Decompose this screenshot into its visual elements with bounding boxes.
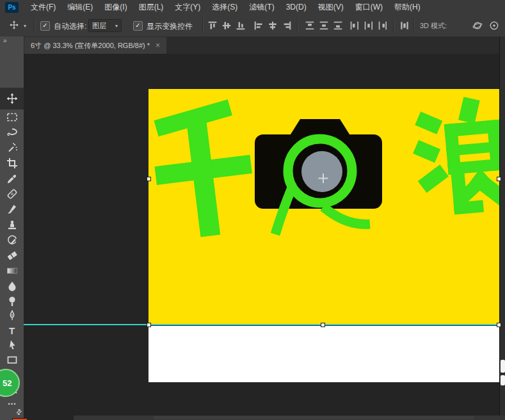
separator: [297, 18, 298, 33]
distribute-top-edges-icon[interactable]: [305, 20, 315, 31]
path-selection-tool[interactable]: [3, 337, 20, 353]
clone-stamp-tool[interactable]: [3, 217, 20, 232]
separator: [413, 18, 415, 33]
magic-wand-icon: [6, 141, 19, 154]
transform-handle-bottom-center[interactable]: [321, 323, 325, 327]
align-top-edges-icon[interactable]: [207, 20, 218, 31]
lasso-icon: [6, 126, 19, 139]
menu-item-3d[interactable]: 3D(D): [280, 0, 312, 15]
stamp-icon: [6, 218, 19, 231]
clipped-overlay-fragment: [501, 360, 505, 373]
menu-item-window[interactable]: 窗口(W): [349, 0, 389, 15]
eyedropper-icon: [6, 172, 19, 185]
collapse-panel-icon[interactable]: »: [3, 37, 8, 44]
3d-roll-icon[interactable]: [489, 20, 499, 31]
lasso-tool[interactable]: [3, 125, 20, 140]
pen-tool[interactable]: [3, 308, 20, 323]
photoshop-logo: Ps: [5, 2, 19, 13]
document-artwork[interactable]: [148, 89, 499, 325]
menu-item-type[interactable]: 文字(Y): [169, 0, 206, 15]
quick-selection-tool[interactable]: [3, 140, 20, 156]
gradient-tool[interactable]: [3, 263, 20, 279]
photoshop-window: Ps 文件(F) 编辑(E) 图像(I) 图层(L) 文字(Y) 选择(S) 滤…: [0, 0, 505, 420]
move-icon: [6, 92, 19, 105]
horizontal-type-tool[interactable]: T: [3, 323, 20, 338]
marquee-icon: [6, 111, 19, 124]
pen-nib-icon: [6, 309, 19, 322]
blur-tool[interactable]: [3, 279, 20, 294]
eyedropper-tool[interactable]: [3, 171, 20, 186]
rectangular-marquee-tool[interactable]: [3, 109, 20, 125]
arrow-cursor-icon: [6, 339, 19, 351]
menu-item-image[interactable]: 图像(I): [99, 0, 132, 15]
auto-select-label: 自动选择:: [54, 21, 86, 32]
options-bar: ▾ ✓ 自动选择: 图层 ▾ ✓ 显示变换控件: [0, 15, 505, 37]
menu-item-filter[interactable]: 滤镜(T): [243, 0, 280, 15]
auto-select-target-dropdown[interactable]: 图层 ▾: [88, 19, 122, 32]
gradient-icon: [6, 264, 19, 277]
guide-line[interactable]: [24, 324, 500, 325]
eraser-tool[interactable]: [3, 248, 20, 263]
menu-item-help[interactable]: 帮助(H): [389, 0, 426, 15]
align-vertical-centers-icon[interactable]: [221, 20, 232, 31]
close-icon[interactable]: ×: [156, 41, 160, 50]
tools-panel: »: [0, 36, 24, 420]
camera-lens: [301, 151, 342, 192]
swap-colors-icon[interactable]: ⇄: [14, 407, 24, 417]
distribute-spacing-icon[interactable]: [399, 20, 410, 31]
3d-mode-label: 3D 模式:: [420, 21, 447, 31]
logo-char-lang: [408, 93, 499, 222]
distribute-horizontal-centers-icon[interactable]: [364, 20, 374, 31]
menu-item-edit[interactable]: 编辑(E): [61, 0, 99, 15]
menu-item-file[interactable]: 文件(F): [25, 0, 61, 15]
menu-item-layer[interactable]: 图层(L): [133, 0, 170, 15]
chevron-down-icon: ▾: [115, 23, 118, 29]
distribute-left-edges-icon[interactable]: [349, 20, 360, 31]
history-brush-icon: [6, 234, 19, 246]
spot-healing-brush-tool[interactable]: [3, 186, 20, 202]
auto-select-checkbox[interactable]: ✓: [40, 21, 50, 31]
history-brush-tool[interactable]: [3, 232, 20, 248]
align-horizontal-centers-icon[interactable]: [268, 20, 278, 31]
menu-item-view[interactable]: 视图(V): [312, 0, 349, 15]
align-bottom-edges-icon[interactable]: [236, 20, 246, 31]
distribute-bottom-edges-icon[interactable]: [333, 20, 343, 31]
status-bar-inner: [154, 416, 474, 419]
crop-icon: [6, 157, 19, 170]
distribute-vertical-centers-icon[interactable]: [319, 20, 329, 31]
distribute-right-edges-icon[interactable]: [378, 20, 388, 31]
transform-handle-bottom-left[interactable]: [147, 323, 151, 327]
menu-item-select[interactable]: 选择(S): [206, 0, 243, 15]
ellipsis-icon: …: [8, 396, 17, 407]
tool-preset-chevron[interactable]: ▾: [24, 23, 26, 29]
brush-icon: [6, 203, 19, 216]
menu-bar: Ps 文件(F) 编辑(E) 图像(I) 图层(L) 文字(Y) 选择(S) 滤…: [0, 0, 505, 15]
document-tab[interactable]: 6寸 @ 33.3% (宣传单2000, RGB/8#) * ×: [24, 37, 166, 54]
clipped-overlay-fragment: [501, 375, 505, 385]
align-right-edges-icon[interactable]: [282, 20, 292, 31]
document-tab-bar: 6寸 @ 33.3% (宣传单2000, RGB/8#) * ×: [24, 36, 500, 54]
dropdown-value: 图层: [92, 21, 106, 31]
separator: [34, 18, 35, 33]
transform-handle-right[interactable]: [497, 177, 501, 181]
separator: [393, 18, 394, 33]
canvas-page-area[interactable]: [148, 326, 499, 382]
brush-tool[interactable]: [3, 202, 20, 217]
rectangle-tool[interactable]: [3, 352, 20, 368]
3d-orbit-icon[interactable]: [472, 20, 483, 31]
move-tool[interactable]: [3, 91, 20, 106]
crop-tool[interactable]: [3, 156, 20, 171]
dodge-tool[interactable]: [3, 293, 20, 309]
move-tool-icon: [9, 20, 19, 30]
water-drop-icon: [6, 280, 19, 293]
bandaid-icon: [6, 188, 19, 200]
logo-char-qian: [148, 97, 259, 241]
transform-handle-left[interactable]: [147, 177, 151, 181]
dodge-icon: [6, 295, 19, 307]
show-transform-label: 显示变换控件: [147, 21, 193, 32]
align-left-edges-icon[interactable]: [253, 20, 264, 31]
rectangle-icon: [6, 353, 19, 366]
eraser-icon: [6, 249, 19, 262]
show-transform-checkbox[interactable]: ✓: [133, 21, 143, 31]
transform-handle-bottom-right[interactable]: [497, 323, 501, 327]
